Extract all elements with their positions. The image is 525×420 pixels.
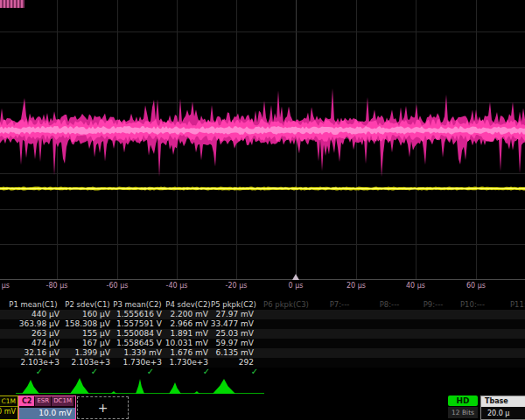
c2-eres-badge: ESR bbox=[35, 396, 51, 406]
table-cell: 2.103e+3 bbox=[56, 358, 110, 368]
hd-mode-badge: HD bbox=[448, 396, 478, 406]
waveform-grid[interactable] bbox=[0, 0, 525, 280]
time-axis-label: -60 µs bbox=[89, 282, 145, 290]
oscilloscope-screen: -100 µs-80 µs-60 µs-40 µs-20 µs0 µs20 µs… bbox=[0, 0, 525, 420]
time-axis-label: 20 µs bbox=[328, 282, 384, 290]
histicon-peak bbox=[70, 378, 89, 394]
table-cell: 59.97 mV bbox=[200, 339, 254, 348]
time-axis-label: 60 µs bbox=[448, 282, 504, 290]
parameter-header[interactable]: P3 mean(C2) bbox=[113, 300, 161, 310]
histicon-peak bbox=[136, 379, 144, 394]
table-cell: 2.103e+3 bbox=[5, 358, 60, 368]
table-cell: 363.98 µV bbox=[5, 319, 60, 329]
table-row: 32.16 µV1.399 µV1.339 mV1.676 mV6.135 mV bbox=[0, 348, 525, 358]
parameter-header[interactable]: P6 pkpk(C3) bbox=[263, 300, 309, 310]
timebase-title: Tbase bbox=[481, 396, 525, 407]
histicon-peak bbox=[193, 391, 200, 394]
table-cell: 263 µV bbox=[5, 329, 60, 339]
table-row: 440 µV160 µV1.555616 V2.200 mV27.97 mV bbox=[0, 310, 525, 319]
table-cell: 160 µV bbox=[56, 310, 110, 319]
time-axis-label: 40 µs bbox=[388, 282, 444, 290]
trigger-position-marker[interactable] bbox=[292, 274, 299, 280]
c2-descriptor-box[interactable]: C2 ESR DC1M 10.0 mV bbox=[18, 396, 76, 420]
status-check-icon: ✓ bbox=[147, 367, 154, 376]
c1-vdiv-value: 0 mV bbox=[0, 408, 16, 416]
table-cell: 25.03 mV bbox=[200, 329, 254, 339]
parameter-header[interactable]: P5 pkpk(C2) bbox=[211, 300, 256, 310]
status-check-icon: ✓ bbox=[203, 367, 210, 376]
histicon-strip[interactable] bbox=[0, 377, 525, 396]
table-cell: 32.16 µV bbox=[5, 348, 60, 358]
parameter-header[interactable]: P10:--- bbox=[460, 300, 485, 310]
table-cell: 167 µV bbox=[56, 339, 110, 348]
descriptor-bar: C1M 0 mV C2 ESR DC1M 10.0 mV + HD 12 Bit… bbox=[0, 396, 525, 420]
table-cell: 6.135 mV bbox=[200, 348, 254, 358]
c1-divider bbox=[0, 406, 18, 407]
hd-bits-label: 12 Bits bbox=[448, 407, 478, 418]
histicon-peak bbox=[213, 379, 235, 394]
c1-flat-trace bbox=[0, 0, 525, 281]
time-axis-label: 0 µs bbox=[268, 282, 324, 290]
table-cell: 1.399 µV bbox=[56, 348, 110, 358]
timebase-descriptor-box[interactable]: Tbase 20.0 µ bbox=[480, 396, 525, 420]
status-check-icon: ✓ bbox=[251, 367, 258, 376]
table-cell: 474 µV bbox=[5, 339, 60, 348]
table-row: 474 µV167 µV1.558645 V10.031 mV59.97 mV bbox=[0, 339, 525, 348]
histicon-peak bbox=[110, 391, 117, 394]
parameter-header[interactable]: P1 mean(C1) bbox=[9, 300, 57, 310]
time-axis-label: -40 µs bbox=[149, 282, 205, 290]
table-cell: 155 µV bbox=[56, 329, 110, 339]
histicon-peak bbox=[169, 382, 181, 394]
time-axis-label: -20 µs bbox=[208, 282, 264, 290]
c2-channel-badge: C2 bbox=[19, 396, 34, 406]
status-check-icon: ✓ bbox=[36, 367, 43, 376]
parameter-header[interactable]: P11:--- bbox=[510, 300, 525, 310]
status-check-icon: ✓ bbox=[91, 367, 98, 376]
table-row: 263 µV155 µV1.550084 V1.891 mV25.03 mV bbox=[0, 329, 525, 339]
c2-coupling-badge: DC1M bbox=[52, 396, 74, 406]
table-cell: 440 µV bbox=[5, 310, 60, 319]
table-row: 2.103e+32.103e+31.730e+31.730e+3292 bbox=[0, 358, 525, 368]
parameter-header[interactable]: P7:--- bbox=[330, 300, 350, 310]
table-cell: 27.97 mV bbox=[200, 310, 254, 319]
parameter-header[interactable]: P9:--- bbox=[424, 300, 444, 310]
c2-vdiv-value: 10.0 mV bbox=[19, 408, 75, 419]
table-cell: 158.308 µV bbox=[56, 319, 110, 329]
cropped-label bbox=[0, 0, 24, 8]
c1-coupling-label: C1M bbox=[2, 397, 16, 405]
table-row: 363.98 µV158.308 µV1.557591 V2.966 mV33.… bbox=[0, 319, 525, 329]
timebase-value: 20.0 µ bbox=[481, 408, 525, 419]
histicon-peak bbox=[22, 380, 39, 394]
time-axis-label: -80 µs bbox=[29, 282, 85, 290]
time-axis-label: -100 µs bbox=[0, 282, 24, 290]
parameter-header[interactable]: P8:--- bbox=[380, 300, 400, 310]
table-cell: 33.477 mV bbox=[200, 319, 254, 329]
parameter-header[interactable]: P4 sdev(C2) bbox=[165, 300, 210, 310]
c2-descriptor-header: C2 ESR DC1M bbox=[19, 396, 75, 406]
parameter-header[interactable]: P2 sdev(C1) bbox=[65, 300, 109, 310]
c1-descriptor-box[interactable]: C1M 0 mV bbox=[0, 396, 18, 420]
add-trace-button[interactable]: + bbox=[77, 396, 129, 419]
